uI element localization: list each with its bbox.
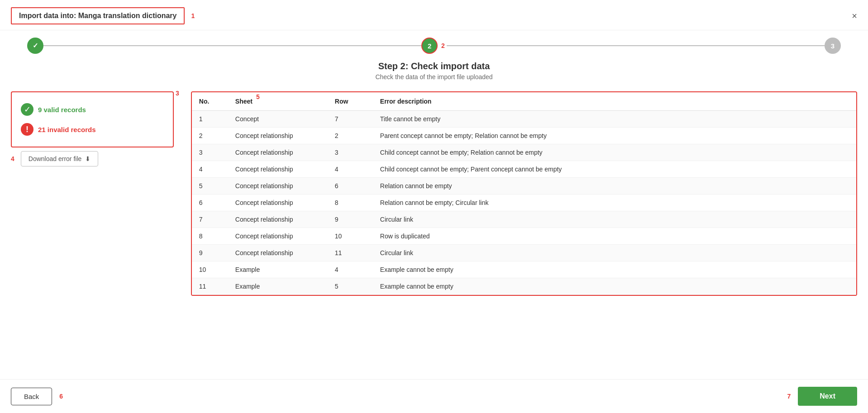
error-table: No. Sheet 5 bbox=[192, 92, 856, 295]
footer-label-6: 6 bbox=[59, 393, 63, 400]
cell-sheet: Concept relationship bbox=[228, 144, 328, 161]
step-2-number-label: 2 bbox=[441, 42, 445, 49]
download-row: 4 Download error file ⬇ bbox=[11, 151, 182, 166]
cell-sheet: Concept relationship bbox=[228, 128, 328, 144]
col-header-sheet: Sheet 5 bbox=[228, 92, 328, 111]
cell-no: 3 bbox=[192, 144, 228, 161]
cell-error: Child concept cannot be empty; Parent co… bbox=[373, 161, 856, 178]
invalid-record-item: ! 21 invalid records bbox=[21, 123, 164, 136]
cell-sheet: Concept relationship bbox=[228, 245, 328, 261]
step-2-circle: 2 bbox=[421, 38, 438, 54]
cell-row: 9 bbox=[328, 211, 373, 228]
cell-no: 4 bbox=[192, 161, 228, 178]
table-row: 6 Concept relationship 8 Relation cannot… bbox=[192, 195, 856, 211]
cell-sheet: Example bbox=[228, 278, 328, 295]
cell-no: 7 bbox=[192, 211, 228, 228]
invalid-icon: ! bbox=[21, 123, 33, 136]
step-3-number: 3 bbox=[831, 42, 835, 50]
cell-no: 8 bbox=[192, 228, 228, 245]
cell-error: Title cannot be empty bbox=[373, 111, 856, 128]
cell-sheet: Concept relationship bbox=[228, 211, 328, 228]
close-button[interactable]: × bbox=[852, 11, 857, 21]
cell-error: Relation cannot be empty; Circular link bbox=[373, 195, 856, 211]
panel-label-4: 4 bbox=[11, 155, 14, 162]
step-title-text: Step 2: Check import data bbox=[0, 61, 868, 71]
left-panel: ✓ 9 valid records ! 21 invalid records bbox=[11, 91, 174, 147]
cell-no: 6 bbox=[192, 195, 228, 211]
cell-error: Example cannot be empty bbox=[373, 278, 856, 295]
table-row: 4 Concept relationship 4 Child concept c… bbox=[192, 161, 856, 178]
cell-error: Parent concept cannot be empty; Relation… bbox=[373, 128, 856, 144]
step-line-2 bbox=[447, 45, 825, 46]
footer-label-7: 7 bbox=[787, 393, 791, 400]
cell-row: 3 bbox=[328, 144, 373, 161]
cell-error: Circular link bbox=[373, 211, 856, 228]
next-button[interactable]: Next bbox=[798, 387, 857, 406]
error-table-wrapper[interactable]: No. Sheet 5 bbox=[192, 92, 856, 295]
col-header-no: No. bbox=[192, 92, 228, 111]
right-panel: No. Sheet 5 bbox=[191, 91, 857, 296]
modal-title-box: Import data into: Manga translation dict… bbox=[11, 7, 185, 24]
table-row: 1 Concept 7 Title cannot be empty bbox=[192, 111, 856, 128]
table-row: 5 Concept relationship 6 Relation cannot… bbox=[192, 178, 856, 195]
valid-record-text: 9 valid records bbox=[38, 106, 86, 114]
cell-sheet: Concept bbox=[228, 111, 328, 128]
table-row: 7 Concept relationship 9 Circular link bbox=[192, 211, 856, 228]
step-1-circle: ✓ bbox=[27, 38, 43, 54]
valid-checkmark: ✓ bbox=[24, 104, 31, 114]
invalid-record-text: 21 invalid records bbox=[38, 126, 96, 133]
panel-label-3: 3 bbox=[176, 90, 179, 97]
main-content: ✓ 9 valid records ! 21 invalid records 3… bbox=[0, 88, 868, 379]
download-btn-label: Download error file bbox=[29, 155, 82, 162]
table-row: 11 Example 5 Example cannot be empty bbox=[192, 278, 856, 295]
table-label-5: 5 bbox=[256, 93, 260, 100]
cell-no: 5 bbox=[192, 178, 228, 195]
step-1-checkmark: ✓ bbox=[33, 42, 38, 50]
step-subtitle: Check the data of the import file upload… bbox=[0, 73, 868, 81]
cell-row: 7 bbox=[328, 111, 373, 128]
cell-sheet: Concept relationship bbox=[228, 228, 328, 245]
cell-sheet: Example bbox=[228, 261, 328, 278]
cell-row: 4 bbox=[328, 261, 373, 278]
step-line-1 bbox=[43, 45, 421, 46]
cell-no: 1 bbox=[192, 111, 228, 128]
cell-error: Example cannot be empty bbox=[373, 261, 856, 278]
table-row: 3 Concept relationship 3 Child concept c… bbox=[192, 144, 856, 161]
table-row: 10 Example 4 Example cannot be empty bbox=[192, 261, 856, 278]
cell-no: 11 bbox=[192, 278, 228, 295]
cell-no: 9 bbox=[192, 245, 228, 261]
table-row: 9 Concept relationship 11 Circular link bbox=[192, 245, 856, 261]
cell-error: Child concept cannot be empty; Relation … bbox=[373, 144, 856, 161]
cell-row: 5 bbox=[328, 278, 373, 295]
cell-no: 10 bbox=[192, 261, 228, 278]
footer: Back 6 7 Next bbox=[0, 379, 868, 413]
step-2-number: 2 bbox=[428, 42, 431, 50]
valid-icon: ✓ bbox=[21, 103, 33, 116]
col-header-row: Row bbox=[328, 92, 373, 111]
step-3-circle: 3 bbox=[825, 38, 841, 54]
download-icon: ⬇ bbox=[85, 155, 91, 162]
cell-row: 11 bbox=[328, 245, 373, 261]
modal-title: Import data into: Manga translation dict… bbox=[19, 12, 176, 20]
back-button[interactable]: Back bbox=[11, 388, 52, 405]
cell-sheet: Concept relationship bbox=[228, 178, 328, 195]
cell-no: 2 bbox=[192, 128, 228, 144]
label-1: 1 bbox=[191, 12, 195, 19]
cell-row: 6 bbox=[328, 178, 373, 195]
cell-row: 4 bbox=[328, 161, 373, 178]
cell-error: Row is duplicated bbox=[373, 228, 856, 245]
cell-error: Relation cannot be empty bbox=[373, 178, 856, 195]
modal-header: Import data into: Manga translation dict… bbox=[0, 0, 868, 30]
table-row: 2 Concept relationship 2 Parent concept … bbox=[192, 128, 856, 144]
download-error-file-button[interactable]: Download error file ⬇ bbox=[21, 151, 99, 166]
cell-row: 2 bbox=[328, 128, 373, 144]
table-row: 8 Concept relationship 10 Row is duplica… bbox=[192, 228, 856, 245]
cell-sheet: Concept relationship bbox=[228, 161, 328, 178]
step-title: Step 2: Check import data bbox=[0, 61, 868, 71]
cell-row: 8 bbox=[328, 195, 373, 211]
stepper: ✓ 2 2 3 bbox=[0, 30, 868, 61]
cell-row: 10 bbox=[328, 228, 373, 245]
modal: Import data into: Manga translation dict… bbox=[0, 0, 868, 413]
cell-error: Circular link bbox=[373, 245, 856, 261]
table-body: 1 Concept 7 Title cannot be empty 2 Conc… bbox=[192, 111, 856, 295]
